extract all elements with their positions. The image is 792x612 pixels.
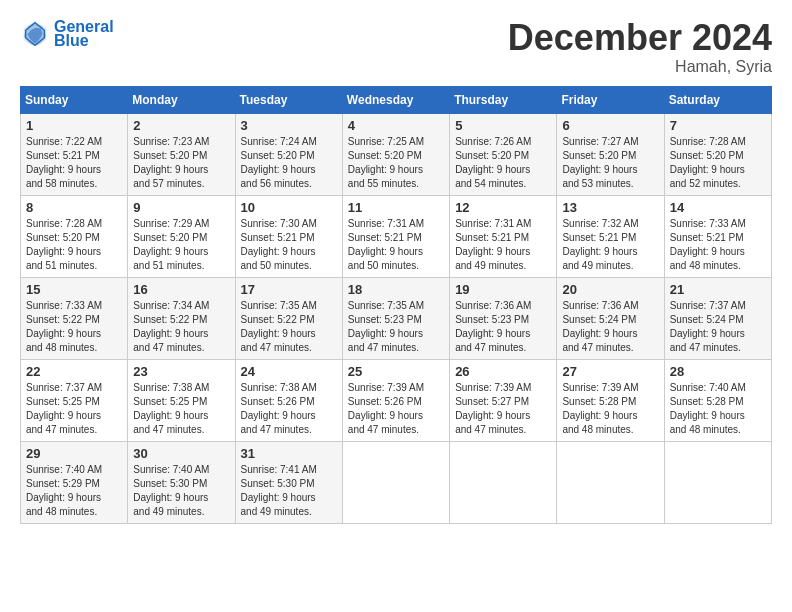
calendar-cell [664,441,771,523]
day-info: Sunrise: 7:24 AM Sunset: 5:20 PM Dayligh… [241,135,337,191]
day-number: 22 [26,364,122,379]
day-info: Sunrise: 7:30 AM Sunset: 5:21 PM Dayligh… [241,217,337,273]
calendar-week-1: 1Sunrise: 7:22 AM Sunset: 5:21 PM Daylig… [21,113,772,195]
calendar-cell: 6Sunrise: 7:27 AM Sunset: 5:20 PM Daylig… [557,113,664,195]
day-info: Sunrise: 7:40 AM Sunset: 5:29 PM Dayligh… [26,463,122,519]
day-info: Sunrise: 7:39 AM Sunset: 5:28 PM Dayligh… [562,381,658,437]
day-number: 10 [241,200,337,215]
day-number: 28 [670,364,766,379]
day-info: Sunrise: 7:38 AM Sunset: 5:25 PM Dayligh… [133,381,229,437]
day-info: Sunrise: 7:25 AM Sunset: 5:20 PM Dayligh… [348,135,444,191]
calendar-cell: 16Sunrise: 7:34 AM Sunset: 5:22 PM Dayli… [128,277,235,359]
logo-text: General Blue [54,18,114,50]
title-block: December 2024 Hamah, Syria [508,18,772,76]
day-info: Sunrise: 7:33 AM Sunset: 5:21 PM Dayligh… [670,217,766,273]
calendar-week-3: 15Sunrise: 7:33 AM Sunset: 5:22 PM Dayli… [21,277,772,359]
day-number: 4 [348,118,444,133]
calendar-cell: 10Sunrise: 7:30 AM Sunset: 5:21 PM Dayli… [235,195,342,277]
day-info: Sunrise: 7:28 AM Sunset: 5:20 PM Dayligh… [670,135,766,191]
day-number: 16 [133,282,229,297]
day-info: Sunrise: 7:32 AM Sunset: 5:21 PM Dayligh… [562,217,658,273]
day-number: 23 [133,364,229,379]
calendar-cell: 31Sunrise: 7:41 AM Sunset: 5:30 PM Dayli… [235,441,342,523]
day-number: 7 [670,118,766,133]
day-number: 2 [133,118,229,133]
day-number: 25 [348,364,444,379]
day-info: Sunrise: 7:28 AM Sunset: 5:20 PM Dayligh… [26,217,122,273]
day-info: Sunrise: 7:40 AM Sunset: 5:30 PM Dayligh… [133,463,229,519]
day-number: 8 [26,200,122,215]
day-number: 14 [670,200,766,215]
day-number: 15 [26,282,122,297]
header-day-monday: Monday [128,86,235,113]
day-number: 11 [348,200,444,215]
calendar-cell [450,441,557,523]
header-day-tuesday: Tuesday [235,86,342,113]
calendar-cell: 27Sunrise: 7:39 AM Sunset: 5:28 PM Dayli… [557,359,664,441]
calendar-cell: 29Sunrise: 7:40 AM Sunset: 5:29 PM Dayli… [21,441,128,523]
calendar-header-row: SundayMondayTuesdayWednesdayThursdayFrid… [21,86,772,113]
day-number: 21 [670,282,766,297]
calendar-table: SundayMondayTuesdayWednesdayThursdayFrid… [20,86,772,524]
calendar-week-2: 8Sunrise: 7:28 AM Sunset: 5:20 PM Daylig… [21,195,772,277]
calendar-cell: 14Sunrise: 7:33 AM Sunset: 5:21 PM Dayli… [664,195,771,277]
header-day-friday: Friday [557,86,664,113]
calendar-cell: 20Sunrise: 7:36 AM Sunset: 5:24 PM Dayli… [557,277,664,359]
day-number: 31 [241,446,337,461]
page: General Blue December 2024 Hamah, Syria … [0,0,792,612]
day-info: Sunrise: 7:41 AM Sunset: 5:30 PM Dayligh… [241,463,337,519]
calendar-cell: 17Sunrise: 7:35 AM Sunset: 5:22 PM Dayli… [235,277,342,359]
day-number: 17 [241,282,337,297]
calendar-week-4: 22Sunrise: 7:37 AM Sunset: 5:25 PM Dayli… [21,359,772,441]
subtitle: Hamah, Syria [508,58,772,76]
day-info: Sunrise: 7:39 AM Sunset: 5:27 PM Dayligh… [455,381,551,437]
day-number: 19 [455,282,551,297]
day-number: 27 [562,364,658,379]
calendar-cell: 15Sunrise: 7:33 AM Sunset: 5:22 PM Dayli… [21,277,128,359]
day-number: 1 [26,118,122,133]
day-number: 12 [455,200,551,215]
calendar-cell: 4Sunrise: 7:25 AM Sunset: 5:20 PM Daylig… [342,113,449,195]
header-day-sunday: Sunday [21,86,128,113]
calendar-cell: 18Sunrise: 7:35 AM Sunset: 5:23 PM Dayli… [342,277,449,359]
day-info: Sunrise: 7:36 AM Sunset: 5:24 PM Dayligh… [562,299,658,355]
calendar-cell [557,441,664,523]
calendar-cell: 5Sunrise: 7:26 AM Sunset: 5:20 PM Daylig… [450,113,557,195]
day-number: 13 [562,200,658,215]
logo-icon [20,19,50,49]
header-day-saturday: Saturday [664,86,771,113]
calendar-cell: 26Sunrise: 7:39 AM Sunset: 5:27 PM Dayli… [450,359,557,441]
day-info: Sunrise: 7:40 AM Sunset: 5:28 PM Dayligh… [670,381,766,437]
day-number: 30 [133,446,229,461]
day-info: Sunrise: 7:36 AM Sunset: 5:23 PM Dayligh… [455,299,551,355]
day-number: 26 [455,364,551,379]
day-number: 20 [562,282,658,297]
header-day-wednesday: Wednesday [342,86,449,113]
day-number: 18 [348,282,444,297]
day-info: Sunrise: 7:35 AM Sunset: 5:22 PM Dayligh… [241,299,337,355]
calendar-cell: 12Sunrise: 7:31 AM Sunset: 5:21 PM Dayli… [450,195,557,277]
calendar-cell: 22Sunrise: 7:37 AM Sunset: 5:25 PM Dayli… [21,359,128,441]
calendar-cell: 9Sunrise: 7:29 AM Sunset: 5:20 PM Daylig… [128,195,235,277]
day-info: Sunrise: 7:31 AM Sunset: 5:21 PM Dayligh… [348,217,444,273]
day-info: Sunrise: 7:22 AM Sunset: 5:21 PM Dayligh… [26,135,122,191]
calendar-cell: 23Sunrise: 7:38 AM Sunset: 5:25 PM Dayli… [128,359,235,441]
day-info: Sunrise: 7:37 AM Sunset: 5:24 PM Dayligh… [670,299,766,355]
day-number: 5 [455,118,551,133]
day-info: Sunrise: 7:37 AM Sunset: 5:25 PM Dayligh… [26,381,122,437]
day-info: Sunrise: 7:39 AM Sunset: 5:26 PM Dayligh… [348,381,444,437]
calendar-cell: 19Sunrise: 7:36 AM Sunset: 5:23 PM Dayli… [450,277,557,359]
calendar-cell: 25Sunrise: 7:39 AM Sunset: 5:26 PM Dayli… [342,359,449,441]
day-info: Sunrise: 7:29 AM Sunset: 5:20 PM Dayligh… [133,217,229,273]
day-number: 3 [241,118,337,133]
calendar-cell: 24Sunrise: 7:38 AM Sunset: 5:26 PM Dayli… [235,359,342,441]
day-info: Sunrise: 7:26 AM Sunset: 5:20 PM Dayligh… [455,135,551,191]
calendar-cell: 7Sunrise: 7:28 AM Sunset: 5:20 PM Daylig… [664,113,771,195]
logo: General Blue [20,18,114,50]
day-info: Sunrise: 7:33 AM Sunset: 5:22 PM Dayligh… [26,299,122,355]
day-info: Sunrise: 7:27 AM Sunset: 5:20 PM Dayligh… [562,135,658,191]
calendar-cell: 8Sunrise: 7:28 AM Sunset: 5:20 PM Daylig… [21,195,128,277]
day-info: Sunrise: 7:35 AM Sunset: 5:23 PM Dayligh… [348,299,444,355]
day-info: Sunrise: 7:34 AM Sunset: 5:22 PM Dayligh… [133,299,229,355]
calendar-week-5: 29Sunrise: 7:40 AM Sunset: 5:29 PM Dayli… [21,441,772,523]
